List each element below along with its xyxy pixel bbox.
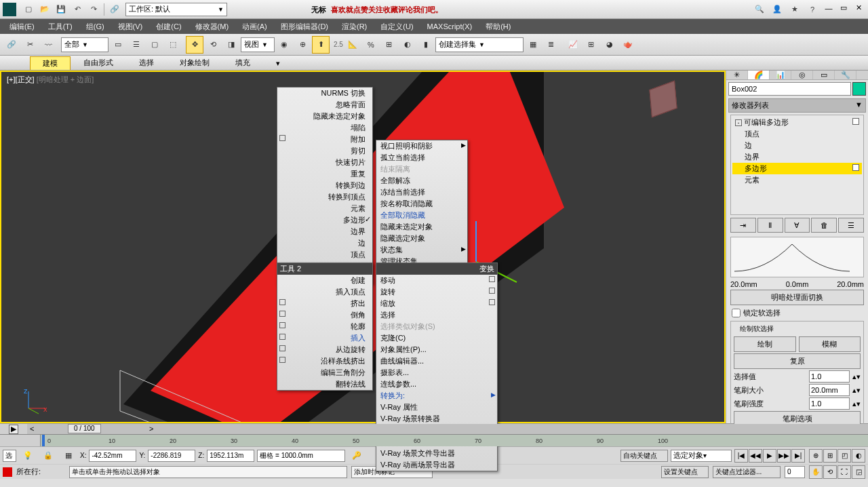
cp-tab-modify[interactable]: 🌈 xyxy=(748,71,770,79)
cm-outline[interactable]: 轮廓 xyxy=(277,321,372,332)
cm-move[interactable]: 移动 xyxy=(376,275,497,286)
stack-pin-button[interactable]: ⇥ xyxy=(730,218,756,233)
window-crossing-icon[interactable]: ⬚ xyxy=(164,36,182,54)
cp-tab-utilities[interactable]: 🔧 xyxy=(835,71,856,79)
cm-vray-props[interactable]: V-Ray 属性 xyxy=(376,402,497,413)
named-selection-dropdown[interactable]: 创建选择集▼ xyxy=(435,37,524,52)
angle-snap-icon[interactable]: 📐 xyxy=(344,36,361,54)
menu-maxscript[interactable]: MAXScript(X) xyxy=(420,21,479,32)
nav-maximize-icon[interactable]: ⛶ xyxy=(837,465,851,479)
cp-tab-create[interactable]: ✳ xyxy=(726,71,748,79)
autokey-button[interactable]: 自动关键点 xyxy=(620,450,668,462)
open-icon[interactable]: 📂 xyxy=(37,2,52,17)
menu-animation[interactable]: 动画(A) xyxy=(235,20,274,33)
ribbon-tab-modeling[interactable]: 建模 xyxy=(30,56,71,70)
select-by-name-icon[interactable]: ☰ xyxy=(127,36,145,54)
cm-bevel[interactable]: 倒角 xyxy=(277,309,372,321)
cm-viewport-lighting[interactable]: 视口照明和阴影▶ xyxy=(376,140,467,152)
ribbon-tab-freeform[interactable]: 自由形式 xyxy=(71,56,126,70)
named-sel-icon[interactable]: ◐ xyxy=(399,36,416,54)
stack-element[interactable]: 元素 xyxy=(732,174,862,186)
revert-button[interactable]: 复原 xyxy=(734,353,861,369)
modifier-list-dropdown[interactable]: 修改器列表 ▼ xyxy=(728,98,866,113)
snap-toggle-icon[interactable]: ⬆ xyxy=(312,36,330,54)
cm-edge[interactable]: 边 xyxy=(277,237,372,249)
time-ruler[interactable]: 0 10 20 30 40 50 60 70 80 90 100 xyxy=(0,434,868,446)
setkey-button[interactable]: 设置关键点 xyxy=(661,466,709,478)
abs-rel-icon[interactable]: ▦ xyxy=(60,447,77,465)
paint-button[interactable]: 绘制 xyxy=(734,336,796,352)
menu-group[interactable]: 组(G) xyxy=(79,20,111,33)
percent-snap-icon[interactable]: % xyxy=(362,36,380,54)
material-editor-icon[interactable]: ◕ xyxy=(601,36,618,54)
scale-tool-icon[interactable]: ◨ xyxy=(222,36,240,54)
goto-end-button[interactable]: ▶| xyxy=(791,449,805,463)
sel-lock-icon[interactable]: 选 xyxy=(3,450,16,462)
new-icon[interactable]: ▢ xyxy=(21,2,36,17)
lock-icon[interactable]: 💡 xyxy=(19,447,37,465)
stack-border[interactable]: 边界 xyxy=(732,151,862,163)
blur-button[interactable]: 模糊 xyxy=(799,336,861,352)
ribbon-minimize[interactable]: ▾ xyxy=(263,57,293,70)
cm-vray-scene-conv[interactable]: V-Ray 场景转换器 xyxy=(376,413,497,425)
nav-zoomext-icon[interactable]: ◰ xyxy=(837,449,851,463)
signin-icon[interactable]: 👤 xyxy=(770,2,785,17)
selvalue-spinner[interactable]: 1.0 xyxy=(809,370,850,383)
cm-convert-edge[interactable]: 转换到边 xyxy=(277,180,372,191)
save-icon[interactable]: 💾 xyxy=(54,2,68,17)
goto-start-button[interactable]: |◀ xyxy=(734,449,748,463)
cm-clone[interactable]: 克隆(C) xyxy=(376,332,497,344)
z-input[interactable]: 1952.113m xyxy=(207,450,254,462)
cm-object-props[interactable]: 对象属性(P)... xyxy=(376,344,497,355)
rotate-tool-icon[interactable]: ⟲ xyxy=(204,36,222,54)
star-icon[interactable]: ★ xyxy=(787,2,802,17)
cm-vray-anim-export[interactable]: V-Ray 动画场景导出器 xyxy=(376,459,497,471)
object-color-swatch[interactable] xyxy=(852,82,866,96)
ribbon-tab-selection[interactable]: 选择 xyxy=(126,56,167,70)
select-object-icon[interactable]: ▭ xyxy=(109,36,127,54)
curve-editor-icon[interactable]: 📈 xyxy=(564,36,582,54)
selection-filter-dropdown[interactable]: 全部▼ xyxy=(61,37,108,52)
brushsize-spinner[interactable]: 20.0mm xyxy=(809,384,850,396)
modifier-stack[interactable]: -可编辑多边形 顶点 边 边界 多边形 元素 xyxy=(730,115,864,215)
stack-editable-poly[interactable]: -可编辑多边形 xyxy=(732,117,862,128)
refcoord-dropdown[interactable]: 视图▼ xyxy=(241,37,275,52)
cm-hide-unselected2[interactable]: 隐藏未选定对象 xyxy=(376,221,467,233)
cm-curve-editor[interactable]: 曲线编辑器... xyxy=(376,355,497,367)
cm-convert-vertex[interactable]: 转换到顶点 xyxy=(277,191,372,203)
manipulate-icon[interactable]: ⊕ xyxy=(294,36,311,54)
cm-edit-tri[interactable]: 编辑三角剖分 xyxy=(277,367,372,378)
ribbon-tab-objectpaint[interactable]: 对象绘制 xyxy=(167,56,222,70)
workspace-dropdown[interactable]: 工作区: 默认 ▼ xyxy=(125,3,227,16)
shaded-face-toggle[interactable]: 明暗处理面切换 xyxy=(730,290,864,305)
time-handle[interactable]: 0 / 100 xyxy=(68,424,101,433)
cm-vray-scene-export[interactable]: V-Ray 场景文件导出器 xyxy=(376,448,497,459)
cm-isolate[interactable]: 孤立当前选择 xyxy=(376,152,467,163)
menu-rendering[interactable]: 渲染(R) xyxy=(335,20,374,33)
cm-element[interactable]: 元素 xyxy=(277,203,372,214)
nav-other-icon[interactable]: ◲ xyxy=(852,465,865,479)
brushstr-spinner[interactable]: 1.0 xyxy=(809,397,850,410)
cm-cut[interactable]: 剪切 xyxy=(277,145,372,157)
link-tool-icon[interactable]: 🔗 xyxy=(3,36,20,54)
key-icon[interactable]: 🔑 xyxy=(348,447,366,465)
nav-zoomall-icon[interactable]: ⊞ xyxy=(823,449,837,463)
menu-customize[interactable]: 自定义(U) xyxy=(374,20,420,33)
menu-modifiers[interactable]: 修改器(M) xyxy=(189,20,236,33)
cm-freeze-sel[interactable]: 冻结当前选择 xyxy=(376,187,467,198)
nav-fov-icon[interactable]: ◐ xyxy=(852,449,865,463)
nav-orbit-icon[interactable]: ⟲ xyxy=(823,465,837,479)
render-setup-icon[interactable]: 🫖 xyxy=(619,36,637,54)
menu-edit[interactable]: 编辑(E) xyxy=(3,20,41,33)
cm-select[interactable]: 选择 xyxy=(376,309,497,321)
object-name-input[interactable] xyxy=(728,82,851,96)
layers-icon[interactable]: ≣ xyxy=(542,36,560,54)
curframe-input[interactable]: 0 xyxy=(785,466,805,478)
timeline-slider[interactable]: ▶ < 0 / 100 > xyxy=(0,423,868,434)
cp-tab-motion[interactable]: ◎ xyxy=(791,71,813,79)
search-icon[interactable]: 🔍 xyxy=(752,2,767,17)
cm-create[interactable]: 创建 xyxy=(277,275,372,286)
cm-unhide-byname[interactable]: 按名称取消隐藏 xyxy=(376,198,467,210)
help-icon[interactable]: ? xyxy=(805,2,820,17)
cm-vertex[interactable]: 顶点 xyxy=(277,249,372,260)
